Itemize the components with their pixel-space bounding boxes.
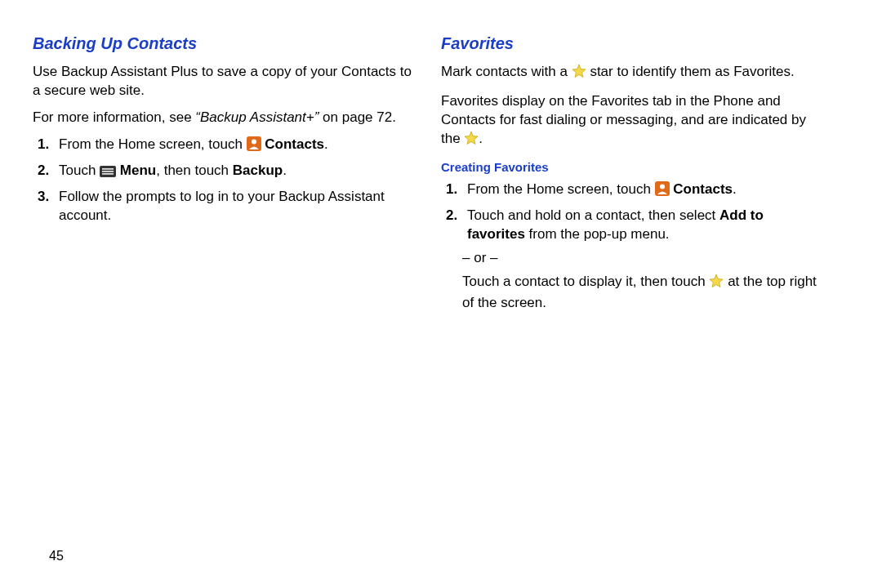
fs1a: From the Home screen, touch bbox=[467, 181, 655, 197]
step2-label-backup: Backup bbox=[233, 163, 283, 178]
svg-marker-7 bbox=[465, 131, 478, 145]
or-separator: – or – bbox=[441, 249, 825, 268]
intro-para-1: Use Backup Assistant Plus to save a copy… bbox=[33, 63, 416, 100]
star-tap-icon bbox=[709, 274, 724, 294]
svg-point-9 bbox=[660, 185, 665, 189]
svg-point-1 bbox=[252, 139, 256, 144]
fs1-label-contacts: Contacts bbox=[673, 181, 733, 197]
step1-text-a: From the Home screen, touch bbox=[59, 136, 247, 152]
intro2c: on page 72. bbox=[318, 109, 396, 125]
steps-favorites: From the Home screen, touch Contacts. To… bbox=[441, 180, 825, 244]
favorites-para-2: Favorites display on the Favorites tab i… bbox=[441, 92, 825, 151]
contacts-icon bbox=[655, 181, 670, 202]
intro2a: For more information, see bbox=[33, 109, 195, 125]
manual-page: Backing Up Contacts Use Backup Assistant… bbox=[0, 0, 882, 588]
step-1: From the Home screen, touch Contacts. bbox=[38, 136, 416, 157]
right-column: Favorites Mark contacts with a star to i… bbox=[433, 33, 833, 572]
svg-rect-3 bbox=[102, 168, 114, 170]
step2-text-a: Touch bbox=[59, 163, 100, 178]
favorites-para-1: Mark contacts with a star to identify th… bbox=[441, 63, 825, 84]
step2-text-e: . bbox=[283, 163, 287, 178]
step2-label-menu: Menu bbox=[120, 163, 156, 178]
left-column: Backing Up Contacts Use Backup Assistant… bbox=[33, 33, 433, 572]
svg-rect-4 bbox=[102, 171, 114, 172]
heading-favorites: Favorites bbox=[441, 33, 825, 55]
fav-step-2: Touch and hold on a contact, then select… bbox=[446, 207, 825, 244]
step1-label-contacts: Contacts bbox=[265, 136, 324, 152]
step2-text-c: , then touch bbox=[156, 163, 233, 178]
p2b: . bbox=[479, 131, 483, 146]
star-filled-icon bbox=[464, 131, 479, 151]
xref-backup-assistant: “Backup Assistant+” bbox=[195, 109, 318, 125]
star-outline-icon bbox=[572, 64, 586, 84]
subheading-creating-favorites: Creating Favorites bbox=[441, 159, 825, 176]
p1b: star to identify them as Favorites. bbox=[586, 64, 795, 79]
steps-backup: From the Home screen, touch Contacts. To… bbox=[33, 136, 416, 225]
svg-marker-6 bbox=[572, 65, 586, 78]
fs1c: . bbox=[733, 181, 737, 197]
svg-marker-10 bbox=[710, 274, 723, 287]
svg-rect-5 bbox=[102, 173, 114, 175]
fs2a: Touch and hold on a contact, then select bbox=[467, 207, 719, 223]
menu-icon bbox=[100, 164, 116, 183]
heading-backing-up: Backing Up Contacts bbox=[33, 33, 416, 55]
page-number: 45 bbox=[49, 549, 64, 564]
p1a: Mark contacts with a bbox=[441, 64, 572, 79]
fs2c: from the pop-up menu. bbox=[525, 226, 670, 242]
step-2: Touch Menu, then touch Backup. bbox=[38, 162, 416, 183]
p2a: Favorites display on the Favorites tab i… bbox=[441, 93, 806, 146]
fav-step-1: From the Home screen, touch Contacts. bbox=[446, 180, 825, 202]
contacts-icon bbox=[247, 136, 261, 157]
fs3a: Touch a contact to display it, then touc… bbox=[462, 274, 709, 289]
intro-para-2: For more information, see “Backup Assist… bbox=[33, 109, 416, 127]
fav-alt-step: Touch a contact to display it, then touc… bbox=[441, 273, 825, 313]
step-3: Follow the prompts to log in to your Bac… bbox=[38, 188, 416, 225]
step1-text-c: . bbox=[324, 136, 328, 152]
